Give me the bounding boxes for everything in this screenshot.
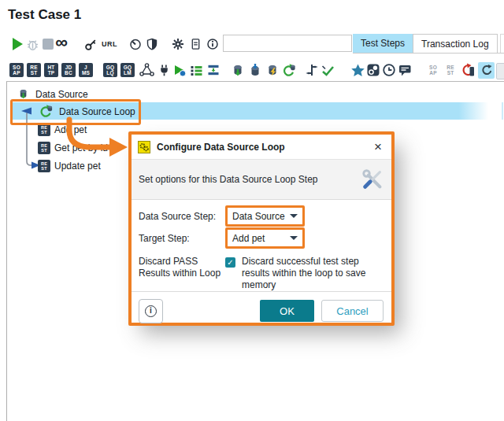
rest-step-icon: REST xyxy=(38,160,50,172)
add-jdbc-step-button[interactable]: JDBC xyxy=(61,63,76,77)
play-icon xyxy=(13,38,23,50)
tree-item-label: Data Source xyxy=(35,89,88,100)
add-api-connection-step-button[interactable] xyxy=(139,62,154,78)
stop-button[interactable] xyxy=(41,37,55,51)
plug-icon xyxy=(158,63,171,78)
debug-button[interactable] xyxy=(25,37,39,51)
gear-icon xyxy=(172,38,184,50)
document-icon xyxy=(190,38,202,50)
auth-button[interactable] xyxy=(83,37,98,51)
tree-item-get-pet-by-id[interactable]: REST Get pet by id xyxy=(38,139,108,156)
data-source-step-value: Data Source xyxy=(232,211,285,222)
add-datasource-step-button[interactable] xyxy=(230,62,246,78)
infinity-icon: ∞ xyxy=(55,35,68,50)
tab-coverage[interactable]: Co xyxy=(500,34,504,53)
datasource-icon xyxy=(231,63,246,78)
tree-item-update-pet[interactable]: REST Update pet xyxy=(38,157,101,174)
info-icon: i xyxy=(145,305,157,317)
datagen-icon xyxy=(265,63,280,78)
target-step-label: Target Step: xyxy=(139,233,225,244)
add-insert-step-button[interactable] xyxy=(206,62,221,78)
settings-button[interactable] xyxy=(171,37,185,51)
data-source-step-select[interactable]: Data Source xyxy=(225,205,305,227)
run-button[interactable] xyxy=(10,37,24,51)
search-input[interactable] xyxy=(223,35,352,52)
property-transfer-icon xyxy=(366,63,380,77)
discard-results-checkbox[interactable]: ✓ xyxy=(225,257,235,268)
gauge-icon xyxy=(129,38,142,50)
clipped-toolbar-icon[interactable] xyxy=(496,63,504,79)
selected-row-edge xyxy=(502,102,503,120)
tab-transaction-log[interactable]: Transaction Log xyxy=(413,34,498,53)
cancel-button[interactable]: Cancel xyxy=(321,300,384,322)
add-goto-step-button[interactable] xyxy=(304,62,320,78)
close-icon[interactable]: × xyxy=(371,141,385,153)
performance-button[interactable] xyxy=(128,37,143,51)
add-assertion-step-button[interactable] xyxy=(320,62,335,78)
key-icon xyxy=(84,38,98,51)
stop-icon xyxy=(43,39,54,50)
datasource-loop-icon xyxy=(281,63,297,78)
discard-results-row: Discard PASS Results within Loop ✓ Disca… xyxy=(139,256,384,291)
datasource-loop-highlighted-button[interactable] xyxy=(478,62,495,79)
add-soap-step-button[interactable]: SOAP xyxy=(9,63,24,77)
add-properties-step-button[interactable] xyxy=(188,62,204,78)
chevron-down-icon xyxy=(290,236,298,240)
add-datagen-step-button[interactable] xyxy=(265,62,280,78)
page-title: Test Case 1 xyxy=(8,7,81,23)
comment-icon xyxy=(398,63,413,77)
configure-data-source-loop-dialog: Configure Data Source Loop × Set options… xyxy=(128,131,395,326)
help-button[interactable]: i xyxy=(139,299,163,323)
tree-item-label: Update pet xyxy=(54,161,101,172)
rest-step-icon: REST xyxy=(38,142,50,154)
discard-results-label: Discard PASS Results within Loop xyxy=(139,256,225,291)
shield-icon xyxy=(146,38,158,50)
add-rest-step-button[interactable]: REST xyxy=(27,63,41,77)
add-run-testcase-step-button[interactable] xyxy=(461,62,476,78)
add-graphql-query-step-button[interactable]: GQLQ xyxy=(103,63,117,77)
tab-strip: Test Steps Transaction Log Co xyxy=(353,34,504,54)
add-rest-mock-step-button[interactable]: REST xyxy=(443,63,458,77)
clock-icon xyxy=(382,63,396,77)
add-delay-step-button[interactable] xyxy=(381,62,397,78)
datasink-icon xyxy=(248,63,263,78)
add-soap-mock-step-button[interactable]: SOAP xyxy=(426,63,440,77)
loop-run-button[interactable]: ∞ xyxy=(54,35,69,50)
add-run-step-button[interactable] xyxy=(172,62,187,78)
data-source-step-row: Data Source Step: Data Source xyxy=(139,205,384,227)
dialog-title: Configure Data Source Loop xyxy=(157,142,285,153)
url-label[interactable]: URL xyxy=(102,40,117,48)
dialog-body: Data Source Step: Data Source Target Ste… xyxy=(132,200,391,291)
annotation-box-data-source-loop xyxy=(10,99,141,125)
add-favorite-step-button[interactable] xyxy=(350,62,365,78)
add-connector-step-button[interactable] xyxy=(156,62,172,78)
star-icon xyxy=(350,63,365,77)
add-graphql-mutation-step-button[interactable]: GQLM xyxy=(120,63,135,77)
add-datasink-step-button[interactable] xyxy=(247,62,263,78)
add-property-transfer-step-button[interactable] xyxy=(365,62,381,78)
add-manual-step-button[interactable] xyxy=(397,62,413,78)
dialog-titlebar: Configure Data Source Loop × xyxy=(132,135,391,159)
tree-item-label: Get pet by id xyxy=(54,142,108,153)
dialog-subtitle: Set options for this Data Source Loop St… xyxy=(139,174,317,185)
tab-test-steps[interactable]: Test Steps xyxy=(353,34,413,53)
dialog-footer: i OK Cancel xyxy=(132,291,391,330)
target-step-value: Add pet xyxy=(232,233,265,244)
bug-icon xyxy=(26,38,39,51)
target-step-select[interactable]: Add pet xyxy=(225,227,305,249)
info-button-toolbar[interactable] xyxy=(206,37,220,51)
discard-results-description: Discard successful test step results wit… xyxy=(242,256,384,291)
api-connect-icon xyxy=(139,63,154,77)
add-jms-step-button[interactable]: JMS xyxy=(79,63,93,77)
security-button[interactable] xyxy=(145,37,159,51)
ok-button[interactable]: OK xyxy=(260,300,314,322)
property-list-icon xyxy=(189,64,203,77)
tree-item-label: Add pet xyxy=(54,124,87,135)
info-icon xyxy=(206,38,219,50)
data-source-loop-step-icon xyxy=(138,141,150,153)
add-http-step-button[interactable]: HTTP xyxy=(44,63,58,77)
dialog-subtitle-bar: Set options for this Data Source Loop St… xyxy=(132,159,391,200)
add-datasource-loop-step-button[interactable] xyxy=(281,62,297,78)
report-button[interactable] xyxy=(188,37,202,51)
data-source-step-label: Data Source Step: xyxy=(139,211,225,222)
